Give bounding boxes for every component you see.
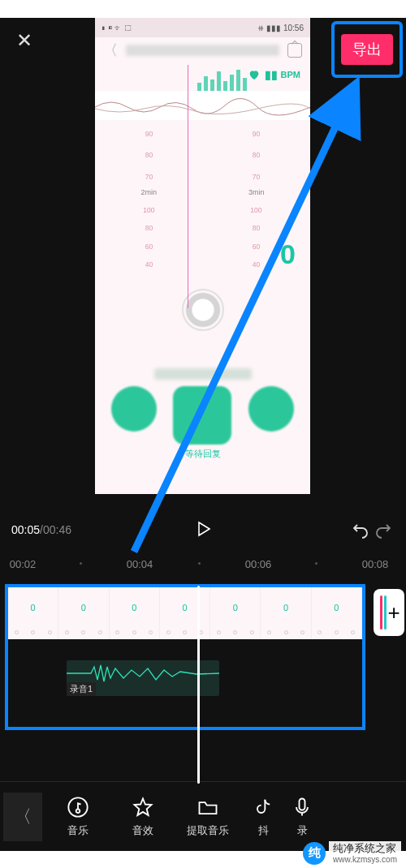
- preview-action-2: [173, 386, 231, 445]
- status-bt-icon: ⧺: [257, 24, 264, 32]
- playhead[interactable]: [197, 586, 200, 784]
- preview-action-row: [95, 386, 310, 445]
- preview-scale-b: 100806040 100806040: [95, 201, 310, 274]
- heart-icon: [247, 68, 261, 81]
- ruler-mark: 00:04: [127, 558, 153, 570]
- status-time: 10:56: [283, 24, 304, 32]
- video-editor-app: ✕ 导出 ▮ ◧ ᯤ ⬚ ⧺ ▮▮▮ 10:56 〈 ▮▮ BPM: [0, 18, 406, 851]
- tool-douyin[interactable]: 抖: [240, 796, 286, 838]
- timeline-ruler[interactable]: 00:02 00:04 00:06 00:08: [0, 555, 406, 578]
- tool-label: 录: [297, 823, 308, 838]
- ruler-mark: 00:08: [362, 558, 389, 570]
- preview-back-icon: 〈: [103, 41, 118, 60]
- audio-clip-label: 录音1: [67, 682, 96, 696]
- bpm-value: ▮▮: [265, 68, 278, 81]
- tool-record[interactable]: 录: [286, 796, 318, 838]
- microphone-icon: [291, 796, 313, 819]
- folder-icon: [197, 796, 219, 819]
- undo-button[interactable]: [349, 518, 372, 541]
- export-highlight: 导出: [331, 21, 403, 78]
- total-time: /00:46: [40, 523, 71, 536]
- star-icon: [132, 796, 154, 819]
- timeline-highlight: 0 0 0 0 0 0 0 录音1: [5, 584, 365, 730]
- preview-share-icon: [287, 43, 302, 58]
- tool-label: 音乐: [67, 823, 89, 838]
- video-frame[interactable]: 0: [312, 587, 362, 639]
- preview-time-labels: 2min 3min: [95, 188, 310, 196]
- current-time: 00:05: [11, 523, 40, 536]
- preview-status-bar: ▮ ◧ ᯤ ⬚ ⧺ ▮▮▮ 10:56: [95, 18, 310, 37]
- preview-divider-line: [188, 65, 188, 308]
- video-frame[interactable]: 0: [210, 587, 261, 639]
- video-frame[interactable]: 0: [160, 587, 210, 639]
- video-preview[interactable]: ▮ ◧ ᯤ ⬚ ⧺ ▮▮▮ 10:56 〈 ▮▮ BPM 908070 9080…: [95, 18, 310, 494]
- preview-waveform: [95, 91, 310, 120]
- export-label: 导出: [352, 40, 382, 59]
- preview-action-1: [111, 386, 157, 432]
- tool-label: 提取音乐: [187, 823, 229, 838]
- preview-bar-chart: [197, 67, 247, 91]
- watermark-url: www.kzmsys.com: [333, 855, 397, 865]
- preview-scale-a: 908070 908070: [95, 123, 310, 188]
- watermark-brand: 纯净系统之家: [333, 843, 397, 855]
- audio-clip[interactable]: 录音1: [67, 660, 219, 696]
- video-frame[interactable]: 0: [58, 587, 109, 639]
- preview-action-3: [248, 386, 294, 432]
- export-button[interactable]: 导出: [341, 34, 393, 65]
- watermark-logo-icon: 纯: [303, 842, 326, 865]
- toolbar-back-button[interactable]: 〈: [3, 793, 42, 841]
- redo-button[interactable]: [372, 518, 395, 541]
- video-frame[interactable]: 0: [110, 587, 160, 639]
- preview-subtitle-blurred: [154, 368, 252, 380]
- close-button[interactable]: ✕: [8, 24, 41, 57]
- video-frame[interactable]: 0: [8, 587, 58, 639]
- preview-header: 〈: [95, 37, 310, 63]
- preview-footer-text: 等待回复: [95, 448, 310, 460]
- preview-title-blurred: [126, 45, 279, 56]
- bpm-label: BPM: [281, 70, 300, 79]
- tool-music[interactable]: 音乐: [45, 796, 110, 838]
- tool-label: 音效: [132, 823, 153, 838]
- play-button[interactable]: [193, 519, 213, 541]
- video-track[interactable]: 0 0 0 0 0 0 0: [8, 587, 362, 639]
- add-clip-button[interactable]: +: [374, 589, 404, 636]
- play-bar: 00:05/00:46: [0, 513, 406, 547]
- tool-label: 抖: [258, 823, 269, 838]
- preview-big-value: 0: [280, 238, 296, 270]
- watermark: 纯 纯净系统之家 www.kzmsys.com: [303, 841, 401, 866]
- svg-rect-1: [300, 798, 305, 810]
- tool-extract-music[interactable]: 提取音乐: [175, 796, 240, 838]
- video-frame[interactable]: 0: [261, 587, 311, 639]
- ruler-mark: 00:02: [10, 558, 37, 570]
- douyin-icon: [252, 796, 274, 819]
- ruler-mark: 00:06: [245, 558, 272, 570]
- status-signal-icon: ▮ ◧ ᯤ ⬚: [102, 24, 132, 32]
- tool-sfx[interactable]: 音效: [110, 796, 175, 838]
- music-note-icon: [67, 796, 89, 819]
